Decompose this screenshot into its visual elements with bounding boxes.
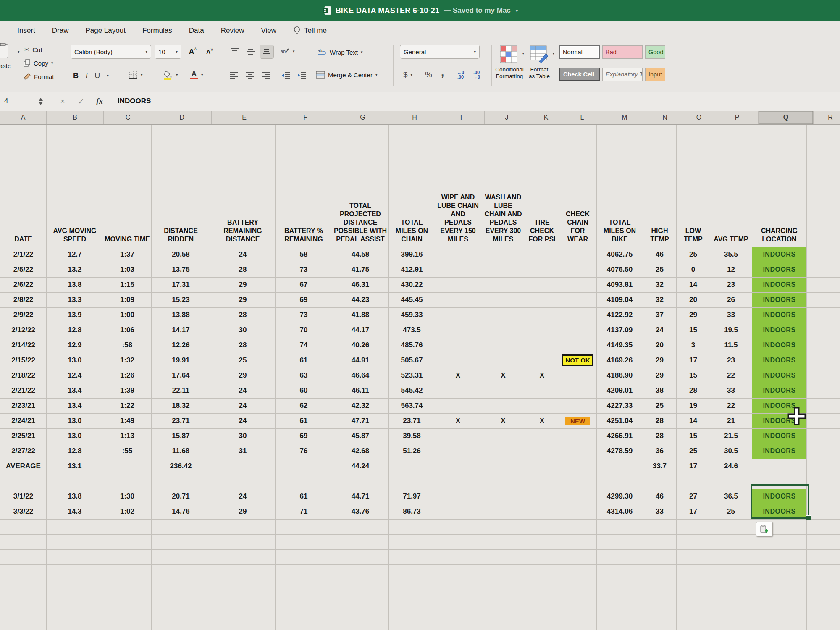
cell[interactable]: 24 (210, 413, 276, 428)
tab-review[interactable]: Review (221, 26, 244, 35)
tab-formulas[interactable]: Formulas (142, 26, 172, 35)
cell[interactable]: 12.7 (47, 247, 103, 262)
cell[interactable] (559, 519, 597, 534)
cell[interactable] (210, 549, 276, 564)
align-top-button[interactable] (228, 45, 242, 59)
cell[interactable] (752, 564, 807, 580)
cell[interactable] (152, 625, 210, 630)
cell[interactable] (389, 474, 435, 489)
cell[interactable]: 13.9 (47, 307, 103, 323)
cell[interactable]: 1:26 (103, 368, 152, 383)
cell[interactable] (807, 519, 840, 534)
cell[interactable]: INDOORS (752, 368, 807, 383)
cell[interactable]: 399.16 (389, 247, 435, 262)
italic-button[interactable]: I (85, 71, 88, 80)
cell[interactable]: 51.26 (389, 444, 435, 459)
cell[interactable]: 4122.92 (597, 307, 643, 323)
column-header-F[interactable]: F (277, 111, 334, 124)
percent-button[interactable]: % (425, 70, 432, 80)
cell[interactable]: INDOORS (752, 338, 807, 353)
cell[interactable]: 26 (710, 292, 752, 307)
cell[interactable]: 1:15 (103, 277, 152, 292)
cell[interactable]: 2/15/22 (0, 353, 47, 368)
cell[interactable]: 430.22 (389, 277, 435, 292)
merge-center-button[interactable]: Merge & Center ▾ (316, 70, 377, 80)
cell[interactable]: 236.42 (152, 459, 210, 474)
underline-button[interactable]: U (94, 71, 100, 80)
cell[interactable]: 24 (210, 489, 276, 504)
name-box-stepper[interactable] (39, 98, 43, 105)
cell[interactable] (807, 459, 840, 474)
cell[interactable] (0, 610, 47, 625)
cell[interactable] (807, 292, 840, 307)
cell[interactable]: 30 (210, 323, 276, 338)
cell[interactable]: 73 (276, 307, 332, 323)
cell[interactable]: 62 (276, 398, 332, 413)
cell[interactable] (276, 580, 332, 595)
cell[interactable]: 24 (643, 323, 677, 338)
cell[interactable]: 1:49 (103, 413, 152, 428)
cell[interactable] (752, 595, 807, 610)
cell[interactable]: 61 (276, 353, 332, 368)
cell[interactable]: 46.11 (332, 383, 389, 398)
paste-options-button[interactable] (756, 522, 773, 537)
cell[interactable]: 44.23 (332, 292, 389, 307)
cell[interactable] (559, 368, 597, 383)
cell[interactable] (152, 595, 210, 610)
font-size-select[interactable]: 10 ▾ (155, 45, 181, 59)
cell[interactable] (435, 595, 481, 610)
cell[interactable] (47, 580, 103, 595)
cell[interactable] (752, 625, 807, 630)
cell[interactable] (807, 595, 840, 610)
cell[interactable] (0, 625, 47, 630)
cell[interactable] (435, 323, 481, 338)
cell[interactable]: 19.5 (710, 323, 752, 338)
cell[interactable]: 44.58 (332, 247, 389, 262)
cell[interactable] (559, 595, 597, 610)
cell[interactable]: 44.71 (332, 489, 389, 504)
cell[interactable]: INDOORS (752, 504, 807, 519)
cell[interactable]: 70 (276, 323, 332, 338)
cell[interactable]: 60 (276, 383, 332, 398)
cell[interactable] (710, 549, 752, 564)
cell[interactable]: INDOORS (752, 247, 807, 262)
cell[interactable]: 46 (643, 489, 677, 504)
cell[interactable]: 12 (710, 262, 752, 277)
cell[interactable]: 473.5 (389, 323, 435, 338)
cell[interactable]: 23.71 (389, 413, 435, 428)
cell[interactable]: 1:06 (103, 323, 152, 338)
cell[interactable]: 12.8 (47, 323, 103, 338)
cell[interactable]: 0 (677, 262, 710, 277)
font-color-button[interactable]: A ▾ (190, 70, 203, 80)
tell-me[interactable]: Tell me (293, 26, 327, 35)
cell[interactable]: 24.6 (710, 459, 752, 474)
cell[interactable] (152, 549, 210, 564)
cell[interactable]: 20 (643, 338, 677, 353)
cell[interactable]: 2/24/21 (0, 413, 47, 428)
cell[interactable] (525, 353, 559, 368)
header-cell[interactable]: MOVING TIME (103, 125, 152, 247)
cell[interactable] (276, 534, 332, 549)
cell[interactable] (0, 595, 47, 610)
cell[interactable]: INDOORS (752, 307, 807, 323)
cell[interactable]: X (481, 368, 525, 383)
cell[interactable]: 35.5 (710, 247, 752, 262)
cell[interactable] (389, 564, 435, 580)
cell[interactable]: 23 (710, 353, 752, 368)
cell[interactable] (525, 307, 559, 323)
cell[interactable]: 33 (710, 307, 752, 323)
cell[interactable]: INDOORS (752, 323, 807, 338)
cell[interactable]: 27 (677, 489, 710, 504)
cell[interactable] (481, 459, 525, 474)
cell[interactable] (152, 534, 210, 549)
cell[interactable] (710, 580, 752, 595)
cell[interactable] (559, 534, 597, 549)
cell[interactable] (807, 413, 840, 428)
cell[interactable] (710, 564, 752, 580)
cell[interactable] (677, 625, 710, 630)
cell[interactable] (525, 398, 559, 413)
header-cell[interactable]: BATTERY % REMAINING (276, 125, 332, 247)
cell[interactable] (710, 474, 752, 489)
cell[interactable]: 4137.09 (597, 323, 643, 338)
cell[interactable] (435, 307, 481, 323)
